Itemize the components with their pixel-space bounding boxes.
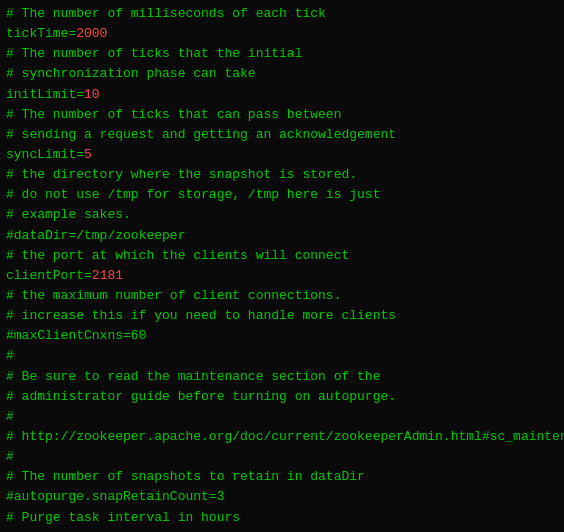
line-19: # administrator guide before turning on … xyxy=(6,387,558,407)
line-15: # increase this if you need to handle mo… xyxy=(6,306,558,326)
line-16: #maxClientCnxns=60 xyxy=(6,326,558,346)
line-18: # Be sure to read the maintenance sectio… xyxy=(6,367,558,387)
line-5: # The number of ticks that can pass betw… xyxy=(6,105,558,125)
line-23: # The number of snapshots to retain in d… xyxy=(6,467,558,487)
line-0: # The number of milliseconds of each tic… xyxy=(6,4,558,24)
line-12: # the port at which the clients will con… xyxy=(6,246,558,266)
line-9: # do not use /tmp for storage, /tmp here… xyxy=(6,185,558,205)
line-6: # sending a request and getting an ackno… xyxy=(6,125,558,145)
line-26: # Set to "0" to disable auto purge featu… xyxy=(6,528,558,532)
line-4: initLimit=10 xyxy=(6,85,558,105)
line-10: # example sakes. xyxy=(6,205,558,225)
line-21: # http://zookeeper.apache.org/doc/curren… xyxy=(6,427,558,447)
line-13: clientPort=2181 xyxy=(6,266,558,286)
line-20: # xyxy=(6,407,558,427)
line-11: #dataDir=/tmp/zookeeper xyxy=(6,226,558,246)
line-8: # the directory where the snapshot is st… xyxy=(6,165,558,185)
line-25: # Purge task interval in hours xyxy=(6,508,558,528)
line-7: syncLimit=5 xyxy=(6,145,558,165)
line-3: # synchronization phase can take xyxy=(6,64,558,84)
line-22: # xyxy=(6,447,558,467)
line-17: # xyxy=(6,346,558,366)
line-14: # the maximum number of client connectio… xyxy=(6,286,558,306)
line-2: # The number of ticks that the initial xyxy=(6,44,558,64)
code-editor: # The number of milliseconds of each tic… xyxy=(0,0,564,532)
line-24: #autopurge.snapRetainCount=3 xyxy=(6,487,558,507)
line-1: tickTime=2000 xyxy=(6,24,558,44)
